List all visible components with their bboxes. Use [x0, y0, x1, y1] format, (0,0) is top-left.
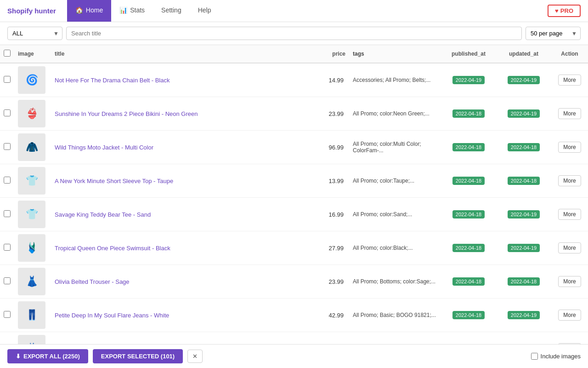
- th-updated-at: updated_at: [496, 45, 551, 63]
- table-row: 🌀 Not Here For The Drama Chain Belt - Bl…: [0, 63, 588, 97]
- product-tags: All Promo; color:Black;...: [353, 245, 413, 251]
- more-button[interactable]: More: [558, 209, 581, 220]
- brand-logo: Shopify hunter: [7, 7, 56, 15]
- product-title-link[interactable]: Tropical Queen One Piece Swimsuit - Blac…: [55, 245, 170, 252]
- include-images-label[interactable]: Include images: [541, 353, 581, 360]
- more-button[interactable]: More: [558, 276, 581, 287]
- product-price: 23.99: [328, 278, 344, 285]
- product-title-link[interactable]: A New York Minute Short Sleeve Top - Tau…: [55, 178, 173, 184]
- table-row: 👖 Petite Deep In My Soul Flare Jeans - W…: [0, 299, 588, 332]
- toolbar: ALL ▼ 50 per page 25 per page 100 per pa…: [0, 22, 588, 45]
- row-tags-cell: All Promo; color:Sand;...: [349, 198, 441, 231]
- row-image-cell: 👕: [14, 198, 51, 231]
- row-updated-cell: 2022-04-18: [496, 164, 551, 198]
- row-title-cell: Petite Deep In My Soul Flare Jeans - Whi…: [51, 299, 312, 332]
- product-price: 27.99: [328, 245, 344, 252]
- row-checkbox-cell: [0, 97, 14, 131]
- row-price-cell: 16.99: [312, 198, 349, 231]
- search-input[interactable]: [66, 27, 522, 40]
- product-title-link[interactable]: Wild Things Moto Jacket - Multi Color: [55, 144, 153, 151]
- footer-bar: ⬇ EXPORT ALL (2250) EXPORT SELECTED (101…: [0, 344, 588, 368]
- select-all-checkbox[interactable]: [4, 50, 11, 57]
- per-page-select[interactable]: 50 per page 25 per page 100 per page: [526, 27, 581, 40]
- row-tags-cell: All Promo; color:Taupe;...: [349, 164, 441, 198]
- more-button[interactable]: More: [558, 75, 581, 86]
- more-button[interactable]: More: [558, 310, 581, 321]
- product-tags: All Promo; color:Neon Green;...: [353, 110, 430, 117]
- th-tags: tags: [349, 45, 441, 63]
- product-price: 23.99: [328, 110, 344, 117]
- nav-stats[interactable]: 📊 Stats: [111, 0, 153, 22]
- row-title-cell: Tropical Queen One Piece Swimsuit - Blac…: [51, 231, 312, 265]
- row-published-cell: 2022-04-18: [441, 164, 496, 198]
- row-checkbox-cell: [0, 231, 14, 265]
- more-button[interactable]: More: [558, 242, 581, 253]
- table-row: 👙 Sunshine In Your Dreams 2 Piece Bikini…: [0, 97, 588, 131]
- row-published-cell: 2022-04-19: [441, 63, 496, 97]
- product-title-link[interactable]: Sunshine In Your Dreams 2 Piece Bikini -…: [55, 110, 198, 117]
- product-title-link[interactable]: Savage King Teddy Bear Tee - Sand: [55, 211, 151, 218]
- product-price: 14.99: [328, 77, 344, 84]
- product-title-link[interactable]: Olivia Belted Trouser - Sage: [55, 278, 130, 285]
- pro-button[interactable]: ♥ PRO: [548, 5, 581, 17]
- table-body: 🌀 Not Here For The Drama Chain Belt - Bl…: [0, 63, 588, 366]
- include-images-checkbox[interactable]: [531, 353, 538, 360]
- more-button[interactable]: More: [558, 142, 581, 153]
- close-button[interactable]: ✕: [187, 350, 203, 363]
- row-published-cell: 2022-04-18: [441, 131, 496, 164]
- home-icon: 🏠: [75, 6, 83, 14]
- row-action-cell: More: [551, 231, 588, 265]
- row-price-cell: 13.99: [312, 164, 349, 198]
- product-price: 16.99: [328, 211, 344, 218]
- updated-date-badge: 2022-04-19: [508, 244, 540, 252]
- row-price-cell: 23.99: [312, 97, 349, 131]
- row-updated-cell: 2022-04-19: [496, 63, 551, 97]
- row-image-cell: 🧥: [14, 131, 51, 164]
- row-price-cell: 14.99: [312, 63, 349, 97]
- product-tags: All Promo; Bottoms; color:Sage;...: [353, 278, 435, 285]
- export-selected-button[interactable]: EXPORT SELECTED (101): [93, 349, 183, 363]
- row-checkbox[interactable]: [4, 277, 11, 284]
- row-published-cell: 2022-04-18: [441, 299, 496, 332]
- export-all-button[interactable]: ⬇ EXPORT ALL (2250): [7, 349, 88, 363]
- row-published-cell: 2022-04-18: [441, 265, 496, 299]
- row-checkbox[interactable]: [4, 109, 11, 116]
- row-checkbox[interactable]: [4, 177, 11, 184]
- row-action-cell: More: [551, 265, 588, 299]
- nav-help-label: Help: [198, 6, 211, 14]
- filter-select-wrap: ALL ▼: [7, 27, 62, 40]
- row-checkbox[interactable]: [4, 143, 11, 150]
- row-image-cell: 🩱: [14, 231, 51, 265]
- more-button[interactable]: More: [558, 108, 581, 119]
- close-icon: ✕: [192, 353, 198, 360]
- row-price-cell: 96.99: [312, 131, 349, 164]
- updated-date-badge: 2022-04-19: [508, 311, 540, 319]
- filter-select[interactable]: ALL: [7, 27, 62, 40]
- nav-help[interactable]: Help: [190, 0, 220, 22]
- product-title-link[interactable]: Not Here For The Drama Chain Belt - Blac…: [55, 77, 170, 84]
- row-checkbox[interactable]: [4, 210, 11, 217]
- row-checkbox[interactable]: [4, 76, 11, 83]
- product-image: 👕: [18, 167, 45, 195]
- product-image: 👗: [18, 268, 45, 295]
- per-page-select-wrap: 50 per page 25 per page 100 per page ▼: [526, 27, 581, 40]
- updated-date-badge: 2022-04-19: [508, 210, 540, 218]
- product-title-link[interactable]: Petite Deep In My Soul Flare Jeans - Whi…: [55, 312, 169, 319]
- row-title-cell: A New York Minute Short Sleeve Top - Tau…: [51, 164, 312, 198]
- row-action-cell: More: [551, 131, 588, 164]
- th-image: image: [14, 45, 51, 63]
- row-action-cell: More: [551, 198, 588, 231]
- row-action-cell: More: [551, 97, 588, 131]
- row-checkbox-cell: [0, 131, 14, 164]
- nav-home[interactable]: 🏠 Home: [67, 0, 111, 22]
- row-checkbox[interactable]: [4, 244, 11, 251]
- more-button[interactable]: More: [558, 175, 581, 186]
- table-row: 🧥 Wild Things Moto Jacket - Multi Color …: [0, 131, 588, 164]
- row-checkbox[interactable]: [4, 311, 11, 318]
- row-image-cell: 👗: [14, 265, 51, 299]
- row-tags-cell: All Promo; color:Multi Color; ColorFam-.…: [349, 131, 441, 164]
- published-date-badge: 2022-04-18: [452, 244, 485, 252]
- row-image-cell: 👕: [14, 164, 51, 198]
- nav-setting[interactable]: Setting: [153, 0, 190, 22]
- nav-setting-label: Setting: [161, 6, 181, 14]
